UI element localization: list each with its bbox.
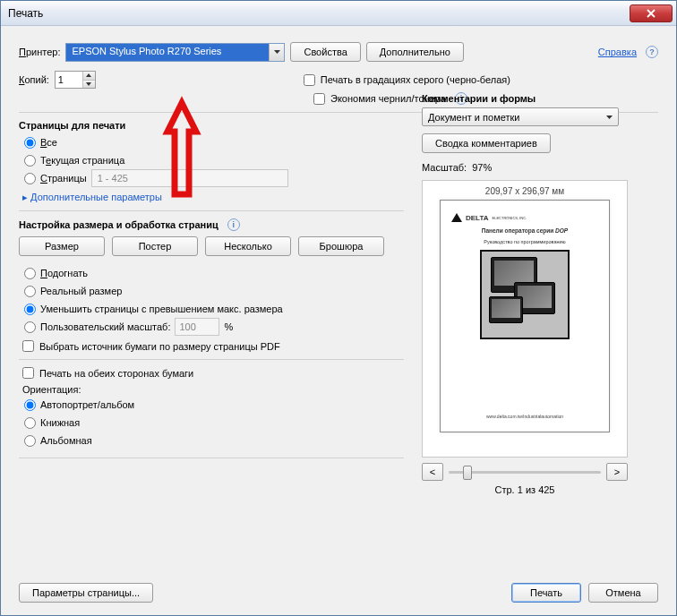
tab-multi[interactable]: Несколько bbox=[205, 236, 291, 256]
preview-frame: 209,97 x 296,97 мм DELTA ELECTRONICS, IN… bbox=[422, 180, 628, 458]
delta-logo-icon bbox=[451, 213, 462, 222]
close-icon bbox=[647, 9, 656, 18]
help-link[interactable]: Справка bbox=[598, 47, 637, 57]
zoom-slider[interactable] bbox=[449, 463, 601, 481]
footer: Параметры страницы... Печать Отмена bbox=[1, 574, 676, 615]
tab-booklet[interactable]: Брошюра bbox=[298, 236, 384, 256]
fit-radio[interactable]: Подогнать bbox=[24, 265, 404, 281]
chevron-down-icon bbox=[606, 116, 613, 119]
preview-nav: < > bbox=[422, 463, 628, 481]
pages-range-label: Страницы bbox=[40, 173, 87, 184]
copies-label: Копий: bbox=[19, 74, 49, 85]
orient-auto-radio[interactable]: Автопортрет/альбом bbox=[24, 397, 404, 413]
scale-display: Масштаб: 97% bbox=[422, 162, 658, 173]
comments-summary-button[interactable]: Сводка комментариев bbox=[422, 133, 551, 153]
shrink-radio[interactable]: Уменьшить страницы с превышением макс. р… bbox=[24, 301, 404, 317]
comments-dropdown[interactable]: Документ и пометки bbox=[422, 107, 619, 126]
spin-up-button[interactable] bbox=[83, 72, 95, 80]
printer-selected-value: EPSON Stylus Photo R270 Series bbox=[66, 44, 269, 61]
custom-scale-radio[interactable]: Пользовательский масштаб: % bbox=[24, 319, 404, 335]
close-button[interactable] bbox=[630, 4, 673, 22]
window-title: Печать bbox=[8, 7, 630, 20]
orient-portrait-radio[interactable]: Книжная bbox=[24, 415, 404, 431]
printer-row: Принтер: EPSON Stylus Photo R270 Series … bbox=[19, 42, 658, 62]
page-counter: Стр. 1 из 425 bbox=[422, 484, 628, 495]
preview-image bbox=[480, 250, 570, 339]
grayscale-checkbox[interactable]: Печать в градациях серого (черно-белая) bbox=[304, 74, 510, 86]
tab-size[interactable]: Размер bbox=[19, 236, 105, 256]
cancel-button[interactable]: Отмена bbox=[588, 583, 658, 603]
custom-scale-input bbox=[175, 318, 219, 336]
pages-range-radio[interactable]: Страницы bbox=[24, 170, 404, 186]
right-column: Комментарии и формы Документ и пометки С… bbox=[422, 93, 658, 495]
advanced-button[interactable]: Дополнительно bbox=[366, 42, 464, 62]
comments-section-title: Комментарии и формы bbox=[422, 93, 658, 104]
copies-row: Копий: Печать в градациях серого (черно-… bbox=[19, 71, 658, 89]
preview-title: Панели оператора серии DOP bbox=[482, 227, 568, 234]
sizing-tabs: Размер Постер Несколько Брошюра bbox=[19, 236, 404, 256]
chevron-down-icon bbox=[269, 44, 284, 61]
preview-logo: DELTA ELECTRONICS, INC. bbox=[451, 213, 527, 222]
orient-landscape-radio[interactable]: Альбомная bbox=[24, 432, 404, 449]
properties-button[interactable]: Свойства bbox=[290, 42, 360, 62]
pages-range-input bbox=[91, 169, 288, 187]
sizing-section-title: Настройка размера и обработка страниц i bbox=[19, 218, 404, 231]
preview-prev-button[interactable]: < bbox=[422, 463, 443, 481]
copies-spinner[interactable] bbox=[55, 71, 96, 89]
page-setup-button[interactable]: Параметры страницы... bbox=[19, 583, 153, 603]
pages-all-radio[interactable]: Все bbox=[24, 134, 404, 150]
duplex-checkbox[interactable]: Печать на обеих сторонах бумаги bbox=[22, 367, 404, 379]
print-button[interactable]: Печать bbox=[511, 583, 581, 603]
pages-current-radio[interactable]: Текущая страница bbox=[24, 152, 404, 168]
page-preview: DELTA ELECTRONICS, INC. Панели оператора… bbox=[440, 200, 610, 432]
slider-thumb[interactable] bbox=[463, 466, 472, 480]
preview-url: www.delta.com.tw/industrialautomation bbox=[486, 414, 563, 419]
preview-next-button[interactable]: > bbox=[606, 463, 628, 481]
help-icon[interactable]: ? bbox=[646, 46, 658, 58]
pages-section-title: Страницы для печати bbox=[19, 120, 404, 131]
actual-radio[interactable]: Реальный размер bbox=[24, 283, 404, 299]
copies-input[interactable] bbox=[56, 72, 82, 88]
left-column: Страницы для печати Все Текущая страница… bbox=[19, 120, 404, 495]
more-params-expander[interactable]: ▸ Дополнительные параметры bbox=[22, 192, 162, 203]
titlebar: Печать bbox=[1, 1, 676, 26]
printer-label: Принтер: bbox=[19, 47, 60, 57]
print-dialog-window: Печать Принтер: EPSON Stylus Photo R270 … bbox=[0, 0, 677, 616]
printer-select[interactable]: EPSON Stylus Photo R270 Series bbox=[65, 43, 285, 62]
pages-all-label: Все bbox=[40, 137, 57, 148]
orientation-label: Ориентация: bbox=[22, 384, 404, 395]
tab-poster[interactable]: Постер bbox=[112, 236, 198, 256]
paper-source-checkbox[interactable]: Выбрать источник бумаги по размеру стран… bbox=[22, 340, 404, 352]
spin-down-button[interactable] bbox=[83, 80, 95, 89]
preview-subtitle: Руководство по программированию bbox=[484, 239, 565, 244]
paper-dimensions: 209,97 x 296,97 мм bbox=[485, 186, 564, 196]
help-icon[interactable]: i bbox=[227, 218, 240, 231]
pages-current-label: Текущая страница bbox=[40, 155, 124, 166]
